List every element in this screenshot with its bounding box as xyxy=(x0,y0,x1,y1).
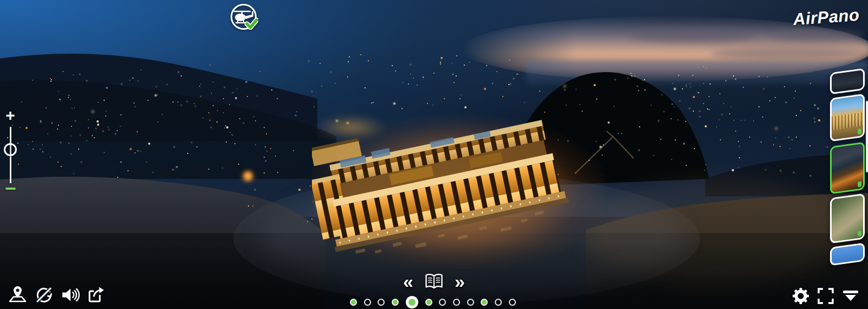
pagination-dot-11-unvisited[interactable] xyxy=(495,299,502,306)
pagination-dot-2-unvisited[interactable] xyxy=(364,299,371,306)
pagination-dot-9-unvisited[interactable] xyxy=(467,299,474,306)
panorama-viewer: AirPano + xyxy=(0,0,868,309)
pagination-dot-3-unvisited[interactable] xyxy=(378,299,385,306)
gear-icon xyxy=(792,287,809,305)
previous-panorama-button[interactable]: « xyxy=(403,272,413,291)
audio-badge-icon xyxy=(858,181,861,187)
hide-controls-button[interactable] xyxy=(842,288,859,304)
panorama-viewport[interactable] xyxy=(0,0,868,309)
zoom-in-button[interactable]: + xyxy=(2,107,18,124)
thumbnail-blue[interactable] xyxy=(830,243,865,266)
pagination-dot-4-visited[interactable] xyxy=(392,299,399,306)
panorama-navigation: « » xyxy=(0,272,868,291)
zoom-slider-handle[interactable] xyxy=(4,143,17,156)
pagination-dot-7-unvisited[interactable] xyxy=(439,299,446,306)
helicopter-tour-button[interactable] xyxy=(229,2,258,31)
thumbnail-day[interactable] xyxy=(830,94,865,142)
thumbnail-night-active[interactable] xyxy=(830,142,865,195)
city-lights xyxy=(0,0,1,1)
pagination-dot-10-visited[interactable] xyxy=(481,299,488,306)
hide-controls-icon xyxy=(842,288,859,304)
audio-badge-icon xyxy=(858,230,861,236)
pagination-dot-8-unvisited[interactable] xyxy=(453,299,460,306)
next-panorama-button[interactable]: » xyxy=(455,272,465,291)
audio-badge-icon xyxy=(858,128,861,134)
thumbnail-dark[interactable] xyxy=(830,68,865,95)
toolbar-right xyxy=(792,287,859,305)
thumbnail-rail xyxy=(827,68,868,268)
settings-button[interactable] xyxy=(792,287,809,305)
pagination-dot-5-active[interactable] xyxy=(406,296,418,308)
rock-plateau xyxy=(586,179,846,287)
zoom-control: + xyxy=(2,107,18,194)
parthenon-temple xyxy=(312,106,605,269)
fullscreen-button[interactable] xyxy=(817,287,834,305)
book-icon xyxy=(424,273,444,290)
pagination-dot-12-unvisited[interactable] xyxy=(509,299,516,306)
thumbnail-scrollbar[interactable] xyxy=(866,101,868,172)
thumbnail-aerial[interactable] xyxy=(830,194,865,244)
panorama-pagination xyxy=(350,295,516,308)
zoom-out-button[interactable] xyxy=(5,188,16,190)
fullscreen-icon xyxy=(817,287,834,305)
pagination-dot-6-visited[interactable] xyxy=(425,299,432,306)
pagination-dot-1-visited[interactable] xyxy=(350,299,357,306)
gallery-button[interactable] xyxy=(424,273,444,290)
